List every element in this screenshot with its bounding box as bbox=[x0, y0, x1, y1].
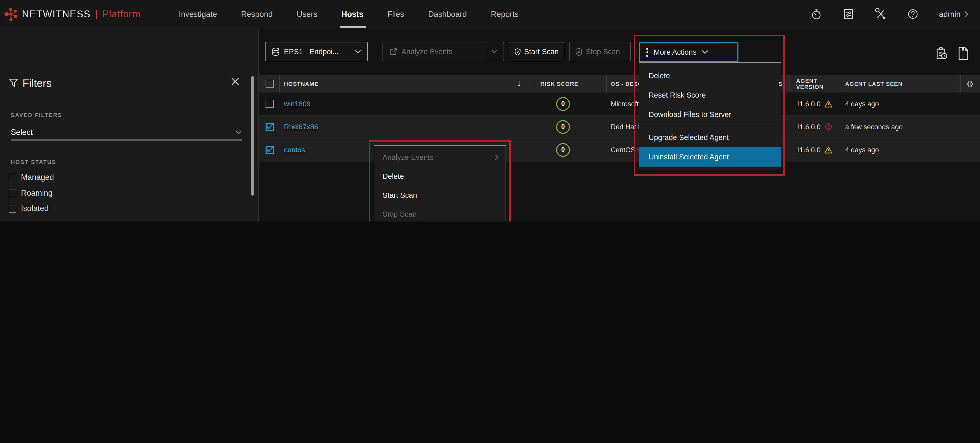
brand-separator: | bbox=[95, 8, 98, 20]
brand[interactable]: NETWITNESS | Platform bbox=[4, 0, 141, 28]
nav-item-users[interactable]: Users bbox=[297, 0, 317, 28]
chevron-down-icon bbox=[235, 130, 242, 134]
chevron-down-icon bbox=[355, 49, 361, 54]
warning-triangle-icon bbox=[824, 100, 832, 108]
agent-version: 11.6.0.0 bbox=[796, 100, 821, 108]
service-selector-label: EPS1 - Endpoi... bbox=[284, 48, 339, 56]
service-selector-button[interactable]: EPS1 - Endpoi... bbox=[265, 42, 368, 61]
tools-icon[interactable] bbox=[875, 8, 886, 20]
row-checkbox-checked-icon[interactable] bbox=[266, 123, 274, 131]
checkbox-unchecked-icon bbox=[9, 174, 16, 181]
menu-item-upgrade-agent[interactable]: Upgrade Selected Agent bbox=[640, 128, 781, 147]
brand-product: Platform bbox=[102, 8, 141, 20]
chevron-right-icon bbox=[964, 11, 969, 18]
checkbox-unchecked-icon bbox=[9, 189, 16, 197]
column-header-hostname[interactable]: HOSTNAME ↓ bbox=[280, 75, 535, 92]
external-link-icon bbox=[389, 48, 397, 56]
row-checkbox-checked-icon[interactable] bbox=[266, 146, 274, 154]
top-nav: NETWITNESS | Platform Investigate Respon… bbox=[0, 0, 980, 28]
start-scan-label: Start Scan bbox=[524, 48, 559, 56]
stop-scan-button[interactable]: Stop Scan bbox=[570, 42, 631, 61]
username: admin bbox=[939, 10, 961, 19]
more-actions-button[interactable]: More Actions bbox=[639, 42, 738, 62]
risk-score-badge: 0 bbox=[556, 120, 570, 134]
menu-item-uninstall-agent[interactable]: Uninstall Selected Agent bbox=[640, 147, 781, 167]
saved-filters-label: SAVED FILTERS bbox=[11, 112, 62, 118]
agent-last-seen: 4 days ago bbox=[845, 100, 879, 108]
context-item-start-scan[interactable]: Start Scan bbox=[374, 185, 506, 204]
column-settings-button[interactable]: ⚙ bbox=[960, 75, 980, 92]
error-diamond-icon bbox=[824, 123, 832, 131]
nav-item-reports[interactable]: Reports bbox=[491, 0, 519, 28]
host-status-managed[interactable]: Managed bbox=[9, 173, 54, 182]
help-icon[interactable] bbox=[907, 8, 919, 20]
nav-item-files[interactable]: Files bbox=[387, 0, 404, 28]
saved-filters-select[interactable]: Select bbox=[11, 125, 242, 140]
host-status-roaming[interactable]: Roaming bbox=[9, 188, 52, 198]
gear-icon: ⚙ bbox=[966, 79, 974, 89]
event-panel-icon[interactable] bbox=[843, 8, 854, 20]
table-row-rhel67x86[interactable]: Rhel67x86 0 Red Hat E 11.6.0.0 a few sec… bbox=[259, 115, 980, 139]
agent-version: 11.6.0.0 bbox=[796, 123, 821, 131]
analyze-events-label: Analyze Events bbox=[401, 48, 452, 56]
hosts-table-header: HOSTNAME ↓ RISK SCORE OS - DESC AGENT VE… bbox=[259, 75, 980, 92]
scan-schedule-icon[interactable] bbox=[934, 46, 949, 61]
filter-funnel-icon bbox=[9, 78, 18, 88]
divider bbox=[0, 103, 259, 103]
host-status-isolated[interactable]: Isolated bbox=[9, 204, 49, 213]
nav-item-investigate[interactable]: Investigate bbox=[179, 0, 217, 28]
os-description: CentOS re bbox=[611, 146, 643, 153]
menu-divider bbox=[640, 126, 781, 126]
context-item-analyze-events[interactable]: Analyze Events bbox=[374, 148, 506, 167]
divider bbox=[376, 43, 376, 60]
chevron-down-icon bbox=[702, 50, 708, 54]
timer-icon[interactable] bbox=[810, 8, 822, 20]
start-scan-button[interactable]: Start Scan bbox=[509, 42, 564, 61]
export-icon[interactable] bbox=[956, 46, 970, 61]
primary-nav: Investigate Respond Users Hosts Files Da… bbox=[179, 0, 519, 28]
chevron-down-icon bbox=[491, 49, 497, 54]
nav-utilities: admin bbox=[810, 0, 980, 28]
context-item-stop-scan[interactable]: Stop Scan bbox=[374, 204, 506, 222]
checkbox-unchecked-icon bbox=[9, 205, 16, 212]
analyze-events-dropdown-button[interactable] bbox=[485, 42, 504, 61]
close-icon[interactable] bbox=[231, 77, 240, 86]
sort-descending-icon[interactable]: ↓ bbox=[516, 80, 522, 88]
column-header-agent-last-seen[interactable]: AGENT LAST SEEN bbox=[842, 75, 960, 92]
host-status-label: HOST STATUS bbox=[11, 159, 56, 165]
hostname-link[interactable]: win1809 bbox=[284, 100, 310, 108]
filters-title: Filters bbox=[22, 77, 52, 89]
hostname-link[interactable]: centos bbox=[284, 146, 305, 154]
user-menu[interactable]: admin bbox=[939, 10, 969, 19]
database-icon bbox=[272, 47, 280, 56]
brand-name: NETWITNESS bbox=[22, 8, 91, 20]
more-actions-label: More Actions bbox=[654, 48, 697, 56]
menu-item-reset-risk-score[interactable]: Reset Risk Score bbox=[640, 85, 781, 105]
column-header-risk-score[interactable]: RISK SCORE bbox=[535, 75, 607, 92]
select-all-checkbox[interactable] bbox=[259, 75, 280, 92]
nav-item-respond[interactable]: Respond bbox=[241, 0, 273, 28]
row-checkbox-unchecked-icon[interactable] bbox=[266, 100, 274, 108]
nav-item-dashboard[interactable]: Dashboard bbox=[428, 0, 467, 28]
menu-item-delete[interactable]: Delete bbox=[640, 66, 781, 85]
shield-x-icon bbox=[575, 47, 583, 56]
filters-scrollbar[interactable] bbox=[251, 76, 254, 196]
checkbox-unchecked-icon bbox=[265, 80, 274, 88]
nav-item-hosts[interactable]: Hosts bbox=[341, 0, 363, 28]
context-item-delete[interactable]: Delete bbox=[374, 167, 506, 185]
stop-scan-label: Stop Scan bbox=[586, 48, 620, 56]
agent-last-seen: 4 days ago bbox=[845, 146, 879, 153]
menu-item-download-files[interactable]: Download Files to Server bbox=[640, 105, 781, 124]
analyze-events-button[interactable]: Analyze Events bbox=[382, 42, 485, 61]
row-context-menu: Analyze Events Delete Start Scan Stop Sc… bbox=[374, 145, 506, 222]
more-actions-menu: Delete Reset Risk Score Download Files t… bbox=[639, 62, 781, 170]
risk-score-badge: 0 bbox=[556, 97, 570, 111]
table-row-win1809[interactable]: win1809 0 Microsoft 11.6.0.0 4 days ago bbox=[259, 92, 980, 115]
column-header-agent-version[interactable]: AGENT VERSION bbox=[789, 75, 842, 92]
shield-check-icon bbox=[514, 47, 521, 56]
hostname-link[interactable]: Rhel67x86 bbox=[284, 123, 318, 131]
saved-filters-value: Select bbox=[11, 128, 33, 137]
table-row-centos[interactable]: centos 0 CentOS re 11.6.0.0 4 days ago bbox=[259, 139, 980, 161]
chevron-right-icon bbox=[494, 153, 499, 161]
column-header-fragment: S bbox=[778, 75, 783, 92]
